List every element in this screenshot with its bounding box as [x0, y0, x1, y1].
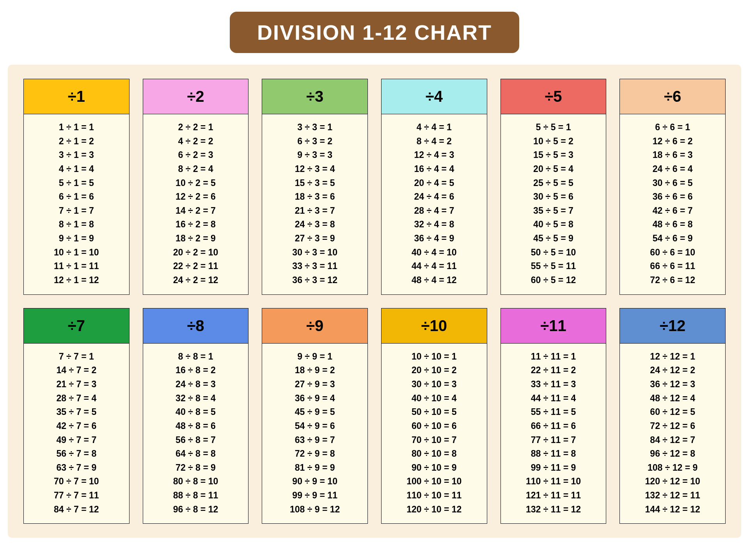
- card-header-6: ÷6: [620, 79, 725, 114]
- equation: 48 ÷ 12 = 4: [623, 392, 722, 406]
- equation: 7 ÷ 7 = 1: [27, 350, 126, 364]
- equation: 66 ÷ 11 = 6: [504, 419, 603, 433]
- division-card-2: ÷2 2 ÷ 2 = 1 4 ÷ 2 = 2 6 ÷ 2 = 3 8 ÷ 2 =…: [143, 79, 249, 295]
- division-card-11: ÷11 11 ÷ 11 = 1 22 ÷ 11 = 2 33 ÷ 11 = 3 …: [501, 308, 607, 524]
- equation: 12 ÷ 12 = 1: [623, 350, 722, 364]
- equation: 10 ÷ 1 = 10: [27, 246, 126, 260]
- equation: 60 ÷ 5 = 12: [504, 273, 603, 287]
- equation: 7 ÷ 1 = 7: [27, 204, 126, 218]
- equation: 22 ÷ 2 = 11: [146, 259, 245, 273]
- card-body-2: 2 ÷ 2 = 1 4 ÷ 2 = 2 6 ÷ 2 = 3 8 ÷ 2 = 4 …: [143, 114, 248, 294]
- card-header-7: ÷7: [24, 308, 129, 344]
- division-card-7: ÷7 7 ÷ 7 = 1 14 ÷ 7 = 2 21 ÷ 7 = 3 28 ÷ …: [23, 308, 130, 524]
- equation: 108 ÷ 9 = 12: [265, 503, 364, 517]
- equation: 30 ÷ 5 = 6: [504, 190, 603, 204]
- equation: 2 ÷ 2 = 1: [146, 121, 245, 135]
- equation: 20 ÷ 5 = 4: [504, 162, 603, 176]
- equation: 27 ÷ 9 = 3: [265, 377, 364, 392]
- equation: 32 ÷ 4 = 8: [385, 218, 484, 232]
- division-card-6: ÷6 6 ÷ 6 = 1 12 ÷ 6 = 2 18 ÷ 6 = 3 24 ÷ …: [619, 79, 726, 295]
- equation: 40 ÷ 5 = 8: [504, 218, 603, 232]
- equation: 20 ÷ 10 = 2: [385, 363, 484, 377]
- card-header-8: ÷8: [143, 308, 248, 344]
- equation: 120 ÷ 12 = 10: [623, 475, 722, 489]
- page: DIVISION 1-12 CHART ÷1 1 ÷ 1 = 1 2 ÷ 1 =…: [0, 0, 749, 546]
- card-body-3: 3 ÷ 3 = 1 6 ÷ 3 = 2 9 ÷ 3 = 3 12 ÷ 3 = 4…: [262, 114, 367, 294]
- equation: 2 ÷ 1 = 2: [27, 135, 126, 149]
- equation: 80 ÷ 10 = 8: [385, 447, 484, 461]
- equation: 48 ÷ 4 = 12: [385, 273, 484, 287]
- card-body-7: 7 ÷ 7 = 1 14 ÷ 7 = 2 21 ÷ 7 = 3 28 ÷ 7 =…: [24, 344, 129, 524]
- equation: 44 ÷ 4 = 11: [385, 259, 484, 273]
- equation: 20 ÷ 2 = 10: [146, 246, 245, 260]
- equation: 64 ÷ 8 = 8: [146, 447, 245, 461]
- equation: 4 ÷ 2 = 2: [146, 135, 245, 149]
- equation: 20 ÷ 4 = 5: [385, 176, 484, 190]
- division-card-3: ÷3 3 ÷ 3 = 1 6 ÷ 3 = 2 9 ÷ 3 = 3 12 ÷ 3 …: [262, 79, 368, 295]
- equation: 70 ÷ 7 = 10: [27, 475, 126, 489]
- equation: 28 ÷ 7 = 4: [27, 392, 126, 406]
- equation: 40 ÷ 4 = 10: [385, 246, 484, 260]
- card-body-10: 10 ÷ 10 = 1 20 ÷ 10 = 2 30 ÷ 10 = 3 40 ÷…: [382, 344, 487, 524]
- equation: 24 ÷ 8 = 3: [146, 377, 245, 392]
- equation: 56 ÷ 7 = 8: [27, 447, 126, 461]
- equation: 60 ÷ 10 = 6: [385, 419, 484, 433]
- equation: 56 ÷ 8 = 7: [146, 433, 245, 447]
- equation: 40 ÷ 10 = 4: [385, 392, 484, 406]
- equation: 3 ÷ 3 = 1: [265, 121, 364, 135]
- equation: 1 ÷ 1 = 1: [27, 121, 126, 135]
- equation: 24 ÷ 4 = 6: [385, 190, 484, 204]
- card-body-11: 11 ÷ 11 = 1 22 ÷ 11 = 2 33 ÷ 11 = 3 44 ÷…: [501, 344, 606, 524]
- division-card-4: ÷4 4 ÷ 4 = 1 8 ÷ 4 = 2 12 ÷ 4 = 3 16 ÷ 4…: [381, 79, 487, 295]
- card-header-12: ÷12: [620, 308, 725, 344]
- equation: 30 ÷ 3 = 10: [265, 246, 364, 260]
- card-body-1: 1 ÷ 1 = 1 2 ÷ 1 = 2 3 ÷ 1 = 3 4 ÷ 1 = 4 …: [24, 114, 129, 294]
- equation: 42 ÷ 7 = 6: [27, 419, 126, 433]
- equation: 132 ÷ 11 = 12: [504, 503, 603, 517]
- equation: 15 ÷ 5 = 3: [504, 148, 603, 162]
- card-header-3: ÷3: [262, 79, 367, 114]
- equation: 77 ÷ 11 = 7: [504, 433, 603, 447]
- card-header-4: ÷4: [382, 79, 487, 114]
- equation: 16 ÷ 4 = 4: [385, 162, 484, 176]
- equation: 66 ÷ 6 = 11: [623, 259, 722, 273]
- equation: 12 ÷ 6 = 2: [623, 135, 722, 149]
- equation: 96 ÷ 8 = 12: [146, 503, 245, 517]
- equation: 50 ÷ 5 = 10: [504, 246, 603, 260]
- equation: 36 ÷ 3 = 12: [265, 273, 364, 287]
- equation: 12 ÷ 4 = 3: [385, 148, 484, 162]
- equation: 63 ÷ 7 = 9: [27, 461, 126, 475]
- equation: 36 ÷ 9 = 4: [265, 392, 364, 406]
- equation: 33 ÷ 11 = 3: [504, 377, 603, 392]
- equation: 144 ÷ 12 = 12: [623, 503, 722, 517]
- equation: 36 ÷ 4 = 9: [385, 232, 484, 246]
- equation: 40 ÷ 8 = 5: [146, 405, 245, 419]
- equation: 55 ÷ 5 = 11: [504, 259, 603, 273]
- equation: 45 ÷ 5 = 9: [504, 232, 603, 246]
- equation: 100 ÷ 10 = 10: [385, 475, 484, 489]
- equation: 80 ÷ 8 = 10: [146, 475, 245, 489]
- equation: 14 ÷ 2 = 7: [146, 204, 245, 218]
- equation: 84 ÷ 7 = 12: [27, 503, 126, 517]
- equation: 36 ÷ 12 = 3: [623, 377, 722, 392]
- division-card-1: ÷1 1 ÷ 1 = 1 2 ÷ 1 = 2 3 ÷ 1 = 3 4 ÷ 1 =…: [23, 79, 130, 295]
- equation: 6 ÷ 6 = 1: [623, 121, 722, 135]
- equation: 35 ÷ 7 = 5: [27, 405, 126, 419]
- equation: 96 ÷ 12 = 8: [623, 447, 722, 461]
- equation: 45 ÷ 9 = 5: [265, 405, 364, 419]
- equation: 132 ÷ 12 = 11: [623, 489, 722, 503]
- equation: 35 ÷ 5 = 7: [504, 204, 603, 218]
- equation: 77 ÷ 7 = 11: [27, 489, 126, 503]
- equation: 110 ÷ 11 = 10: [504, 475, 603, 489]
- card-body-9: 9 ÷ 9 = 1 18 ÷ 9 = 2 27 ÷ 9 = 3 36 ÷ 9 =…: [262, 344, 367, 524]
- equation: 5 ÷ 5 = 1: [504, 121, 603, 135]
- equation: 16 ÷ 8 = 2: [146, 363, 245, 377]
- equation: 8 ÷ 2 = 4: [146, 162, 245, 176]
- equation: 24 ÷ 12 = 2: [623, 363, 722, 377]
- equation: 18 ÷ 2 = 9: [146, 232, 245, 246]
- equation: 60 ÷ 6 = 10: [623, 246, 722, 260]
- card-body-12: 12 ÷ 12 = 1 24 ÷ 12 = 2 36 ÷ 12 = 3 48 ÷…: [620, 344, 725, 524]
- equation: 48 ÷ 6 = 8: [623, 218, 722, 232]
- equation: 99 ÷ 9 = 11: [265, 489, 364, 503]
- equation: 72 ÷ 12 = 6: [623, 419, 722, 433]
